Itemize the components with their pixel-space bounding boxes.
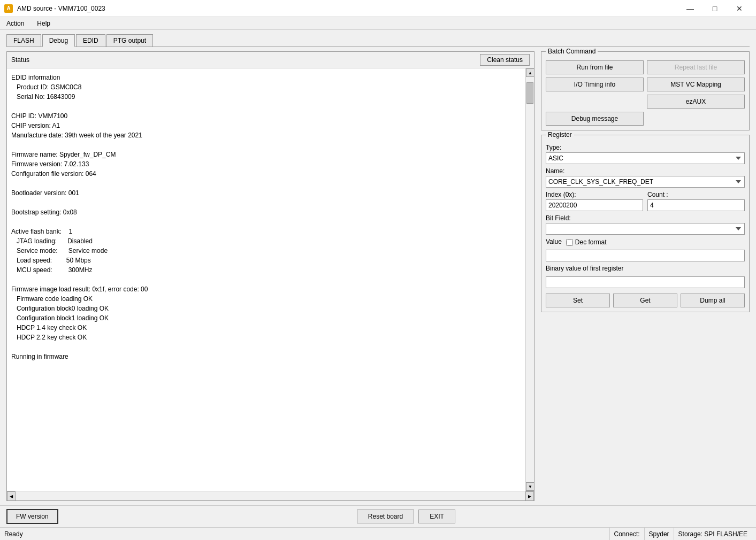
minimize-button[interactable]: — xyxy=(678,1,702,17)
bit-field-group: Bit Field: xyxy=(546,214,745,235)
count-input[interactable] xyxy=(647,199,745,211)
ezaux-button[interactable]: ezAUX xyxy=(647,95,745,109)
scrollbar-track xyxy=(526,77,534,482)
tab-bar: FLASH Debug EDID PTG output xyxy=(6,34,750,47)
set-button[interactable]: Set xyxy=(546,294,610,307)
menu-help[interactable]: Help xyxy=(35,19,52,28)
index-input[interactable] xyxy=(546,199,643,211)
title-bar: A AMD source - VMM7100_0023 — □ ✕ xyxy=(0,0,756,17)
status-content-wrapper: EDID information Product ID: GSMC0C8 Ser… xyxy=(7,68,525,491)
value-input[interactable] xyxy=(546,250,745,261)
app-icon: A xyxy=(4,4,13,13)
content-area: Status Clean status EDID information Pro… xyxy=(6,51,750,501)
horizontal-scrollbar[interactable]: ◀ ▶ xyxy=(7,491,534,500)
status-header: Status Clean status xyxy=(7,52,534,68)
debug-message-button[interactable]: Debug message xyxy=(546,112,644,126)
tab-edid[interactable]: EDID xyxy=(76,34,105,47)
mst-vc-mapping-button[interactable]: MST VC Mapping xyxy=(647,78,745,91)
value-row: Value Dec format xyxy=(546,238,745,246)
exit-button[interactable]: EXIT xyxy=(418,510,455,523)
scroll-left-arrow[interactable]: ◀ xyxy=(7,491,16,501)
tab-debug[interactable]: Debug xyxy=(42,34,75,47)
scroll-right-arrow[interactable]: ▶ xyxy=(525,491,534,501)
run-from-file-button[interactable]: Run from file xyxy=(546,60,644,74)
vertical-scrollbar[interactable]: ▲ ▼ xyxy=(525,68,534,491)
bit-field-select[interactable] xyxy=(546,223,745,235)
type-field-group: Type: ASIC xyxy=(546,144,745,164)
status-text-area: EDID information Product ID: GSMC0C8 Ser… xyxy=(7,68,525,366)
get-button[interactable]: Get xyxy=(613,294,677,307)
name-field-group: Name: CORE_CLK_SYS_CLK_FREQ_DET xyxy=(546,167,745,188)
index-label: Index (0x): xyxy=(546,191,643,198)
scrollbar-thumb[interactable] xyxy=(526,82,533,104)
tab-flash[interactable]: FLASH xyxy=(6,34,41,47)
dump-all-button[interactable]: Dump all xyxy=(681,294,745,307)
title-bar-left: A AMD source - VMM7100_0023 xyxy=(4,4,105,13)
register-content: Type: ASIC Name: CORE_CLK_SYS_CLK_FREQ_D… xyxy=(546,144,745,307)
status-panel: Status Clean status EDID information Pro… xyxy=(6,51,534,501)
scroll-down-arrow[interactable]: ▼ xyxy=(526,482,534,491)
name-select[interactable]: CORE_CLK_SYS_CLK_FREQ_DET xyxy=(546,176,745,188)
binary-input[interactable] xyxy=(546,276,745,288)
main-window: A AMD source - VMM7100_0023 — □ ✕ Action… xyxy=(0,0,756,540)
connect-status: Connect: xyxy=(609,528,644,541)
status-bar-right: Connect: Spyder Storage: SPI FLASH/EE xyxy=(609,528,752,541)
dec-format-checkbox[interactable] xyxy=(566,239,573,246)
bottom-bar: FW version Reset board EXIT xyxy=(0,505,756,527)
count-field-group: Count : xyxy=(647,191,745,211)
status-bar: Ready Connect: Spyder Storage: SPI FLASH… xyxy=(0,527,756,540)
window-controls: — □ ✕ xyxy=(678,1,752,17)
scroll-up-arrow[interactable]: ▲ xyxy=(526,68,534,77)
type-select[interactable]: ASIC xyxy=(546,152,745,164)
storage-status: Storage: SPI FLASH/EE xyxy=(674,528,752,541)
clean-status-button[interactable]: Clean status xyxy=(480,54,530,66)
spyder-status: Spyder xyxy=(644,528,674,541)
name-label: Name: xyxy=(546,167,745,175)
io-timing-info-button[interactable]: I/O Timing info xyxy=(546,78,644,91)
type-label: Type: xyxy=(546,144,745,151)
index-count-row: Index (0x): Count : xyxy=(546,191,745,211)
batch-buttons: Run from file Repeat last file I/O Timin… xyxy=(546,60,745,126)
menu-bar: Action Help xyxy=(0,17,756,30)
close-button[interactable]: ✕ xyxy=(727,1,752,17)
reset-board-button[interactable]: Reset board xyxy=(357,510,414,523)
maximize-button[interactable]: □ xyxy=(702,1,727,17)
status-wrapper: EDID information Product ID: GSMC0C8 Ser… xyxy=(7,68,534,491)
dec-format-group: Dec format xyxy=(566,238,607,246)
index-field-group: Index (0x): xyxy=(546,191,643,211)
action-buttons: Set Get Dump all xyxy=(546,294,745,307)
register-group: Register Type: ASIC Name: CORE_CLK_SYS_C… xyxy=(541,135,750,312)
horiz-scrollbar-track xyxy=(16,491,525,500)
batch-command-group: Batch Command Run from file Repeat last … xyxy=(541,51,750,130)
batch-command-legend: Batch Command xyxy=(546,48,598,55)
dec-format-label: Dec format xyxy=(575,238,607,246)
right-panel: Batch Command Run from file Repeat last … xyxy=(541,51,750,501)
count-label: Count : xyxy=(647,191,745,198)
status-bar-text: Ready xyxy=(4,530,609,538)
window-title: AMD source - VMM7100_0023 xyxy=(17,5,105,12)
register-legend: Register xyxy=(546,131,574,138)
binary-label: Binary value of first register xyxy=(546,265,745,272)
status-label: Status xyxy=(11,56,29,64)
value-label: Value xyxy=(546,238,562,245)
main-content: FLASH Debug EDID PTG output Status Clean… xyxy=(0,30,756,505)
menu-action[interactable]: Action xyxy=(4,19,26,28)
tab-ptg-output[interactable]: PTG output xyxy=(106,34,153,47)
bit-field-label: Bit Field: xyxy=(546,214,745,222)
repeat-last-file-button[interactable]: Repeat last file xyxy=(647,60,745,74)
fw-version-button[interactable]: FW version xyxy=(6,509,58,524)
